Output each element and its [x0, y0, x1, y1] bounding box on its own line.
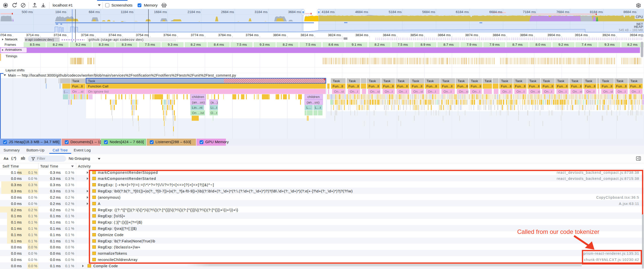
svg-text:On...t: On...t — [428, 90, 436, 93]
svg-text:Fun...ll: Fun...ll — [501, 84, 511, 88]
svg-text:Fun...ll: Fun...ll — [557, 84, 568, 88]
svg-text:On...t: On...t — [399, 90, 407, 93]
svg-text:Fun...ll: Fun...ll — [585, 84, 595, 88]
svg-text:Fun...ll: Fun...ll — [602, 84, 612, 88]
svg-text:Task: Task — [602, 79, 609, 83]
svg-text:Lin...nt: Lin...nt — [192, 106, 203, 110]
svg-text:Fun...ll: Fun...ll — [397, 84, 408, 88]
svg-text:On...t: On...t — [558, 90, 567, 93]
svg-text:Task: Task — [349, 79, 356, 83]
svg-text:Function Call: Function Call — [88, 84, 108, 88]
svg-text:On...st: On...st — [459, 90, 469, 93]
svg-text:Task: Task — [630, 79, 637, 83]
svg-text:Task: Task — [557, 79, 564, 83]
svg-text:Task: Task — [485, 79, 492, 83]
svg-text:On...st: On...st — [603, 90, 613, 93]
svg-text:On...st: On...st — [370, 90, 380, 93]
svg-text:On ...st: On ...st — [72, 90, 84, 93]
svg-text:On...t: On...t — [502, 90, 511, 93]
svg-text:(an...us): (an...us) — [192, 100, 205, 104]
svg-text:Task: Task — [412, 79, 419, 83]
svg-text:Fun...ll: Fun...ll — [630, 84, 641, 88]
svg-text:Task: Task — [88, 79, 95, 83]
svg-text:On...st: On...st — [413, 90, 423, 93]
svg-text:Task: Task — [529, 79, 536, 83]
svg-text:Task: Task — [369, 79, 376, 83]
svg-text:O...t: O...t — [211, 111, 217, 115]
svg-text:Task: Task — [427, 79, 434, 83]
svg-text:On ignore list: On ignore list — [88, 90, 109, 93]
svg-text:On...t: On...t — [385, 90, 393, 93]
svg-text:(...: (... — [64, 90, 68, 93]
svg-text:L...t: L...t — [315, 106, 321, 110]
svg-text:Task: Task — [501, 79, 508, 83]
svg-text:On...t: On...t — [516, 90, 525, 93]
svg-text:(a...): (a...) — [211, 100, 218, 104]
svg-text:Fun...ll: Fun...ll — [529, 84, 540, 88]
svg-text:Task: Task — [383, 79, 390, 83]
svg-text:Task: Task — [72, 79, 79, 83]
svg-text:On...t: On...t — [544, 90, 552, 93]
svg-text:On...t: On...t — [444, 90, 452, 93]
svg-text:Task: Task — [458, 79, 465, 83]
svg-text:Fun...ll: Fun...ll — [616, 84, 627, 88]
svg-text:On...st: On...st — [334, 90, 344, 93]
svg-text:Fun...ll: Fun...ll — [412, 84, 422, 88]
svg-text:children: children — [192, 95, 204, 99]
svg-text:Fun...ll: Fun...ll — [515, 84, 526, 88]
svg-text:Fun...ll: Fun...ll — [426, 84, 437, 88]
svg-text:Li...t: Li...t — [211, 106, 217, 110]
svg-text:Fun...ll: Fun...ll — [333, 84, 343, 88]
svg-text:On...t: On...t — [586, 90, 595, 93]
svg-text:Task: Task — [585, 79, 592, 83]
svg-text:Task: Task — [333, 79, 340, 83]
svg-text:Fun...ll: Fun...ll — [571, 84, 582, 88]
svg-text:Fun...ll: Fun...ll — [543, 84, 553, 88]
svg-text:Fun...ll: Fun...ll — [442, 84, 453, 88]
svg-text:Fun...ll: Fun...ll — [369, 84, 379, 88]
svg-text:(an...us): (an...us) — [307, 100, 319, 104]
svg-text:Fun...ll: Fun...ll — [471, 84, 481, 88]
svg-text:Task: Task — [616, 79, 623, 83]
svg-text:Task: Task — [442, 79, 449, 83]
svg-text:Task: Task — [543, 79, 550, 83]
svg-text:On...t: On...t — [618, 90, 626, 93]
svg-text:On...st: On...st — [531, 90, 540, 93]
svg-text:L...: L... — [306, 106, 311, 110]
svg-text:Fun...ll: Fun...ll — [383, 84, 394, 88]
svg-text:Task: Task — [571, 79, 578, 83]
svg-text:On...t: On...t — [472, 90, 480, 93]
svg-text:On...t: On...t — [632, 90, 640, 93]
svg-text:On...st: On...st — [573, 90, 582, 93]
svg-text:On...t: On...t — [350, 90, 358, 93]
svg-text:Fun...ll: Fun...ll — [457, 84, 468, 88]
svg-text:children: children — [307, 95, 320, 99]
svg-text:Fun...ll: Fun...ll — [72, 84, 83, 88]
svg-text:Task: Task — [471, 79, 478, 83]
svg-text:On ...ist: On ...ist — [192, 111, 204, 115]
svg-text:Task: Task — [397, 79, 405, 83]
svg-text:Fun...ll: Fun...ll — [348, 84, 359, 88]
svg-text:Task: Task — [515, 79, 522, 83]
